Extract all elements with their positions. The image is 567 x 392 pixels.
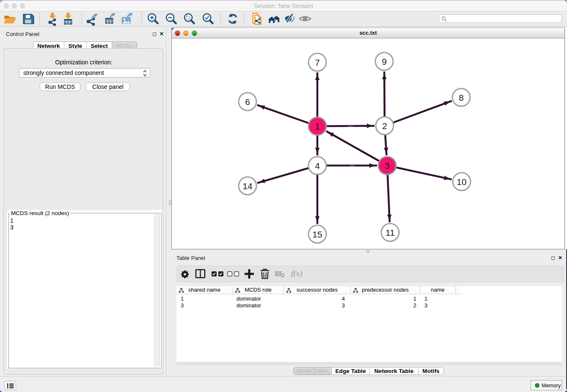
svg-text:2: 2 [382, 121, 387, 131]
svg-text:15: 15 [312, 229, 322, 239]
svg-text:9: 9 [382, 57, 387, 66]
svg-text:11: 11 [385, 228, 395, 237]
svg-text:10: 10 [457, 177, 466, 187]
svg-text:4: 4 [315, 161, 320, 171]
svg-text:14: 14 [242, 181, 253, 191]
svg-text:3: 3 [385, 161, 390, 171]
svg-text:7: 7 [315, 58, 320, 67]
svg-text:8: 8 [459, 93, 464, 102]
svg-text:6: 6 [245, 97, 250, 107]
svg-text:1: 1 [315, 121, 320, 131]
